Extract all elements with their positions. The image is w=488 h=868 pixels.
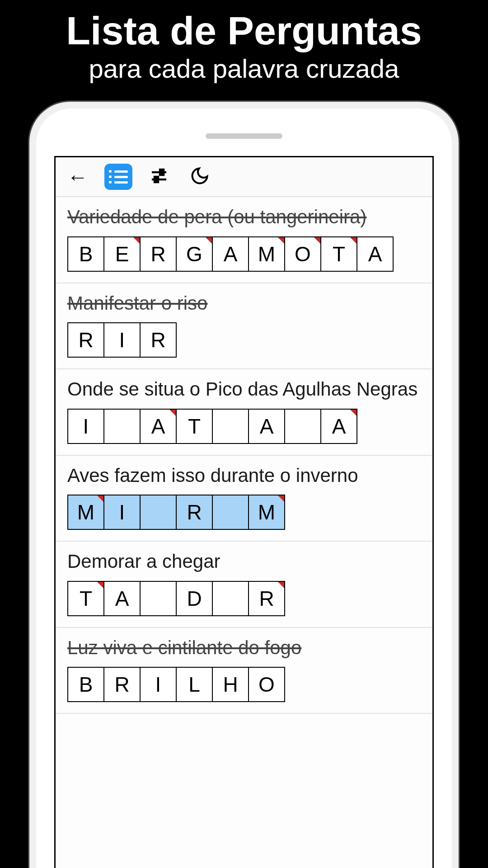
toolbar: ← xyxy=(56,157,432,197)
letter-cell[interactable]: H xyxy=(212,667,249,702)
back-arrow-icon: ← xyxy=(67,165,88,189)
letter-cell[interactable]: I xyxy=(67,409,104,444)
clue-text: Variedade de pera (ou tangerineira) xyxy=(67,205,421,229)
answer-cells: RIR xyxy=(67,322,421,358)
svg-rect-3 xyxy=(155,177,158,182)
letter-cell[interactable] xyxy=(212,581,249,616)
clue-text: Luz viva e cintilante do fogo xyxy=(67,636,421,660)
promo-title: Lista de Perguntas xyxy=(9,9,479,53)
letter-cell[interactable]: O xyxy=(248,667,285,702)
moon-icon xyxy=(190,166,210,188)
clue-item[interactable]: Onde se situa o Pico das Agulhas NegrasI… xyxy=(56,369,432,456)
letter-cell[interactable]: R xyxy=(67,322,104,358)
clue-text: Manifestar o riso xyxy=(67,292,421,316)
settings-button[interactable] xyxy=(145,164,173,190)
letter-cell[interactable]: R xyxy=(176,495,213,530)
answer-cells: TADR xyxy=(67,581,421,616)
clue-item[interactable]: Manifestar o risoRIR xyxy=(56,283,432,370)
clue-item[interactable]: Variedade de pera (ou tangerineira)BERGA… xyxy=(56,197,432,283)
letter-cell[interactable] xyxy=(140,581,177,616)
letter-cell[interactable]: M xyxy=(248,495,285,530)
letter-cell[interactable]: R xyxy=(140,236,177,272)
clue-item[interactable]: Luz viva e cintilante do fogoBRILHO xyxy=(56,628,432,714)
clue-text: Demorar a chegar xyxy=(67,550,421,574)
phone-inner: ← xyxy=(36,108,452,868)
letter-cell[interactable] xyxy=(284,409,321,444)
letter-cell[interactable]: A xyxy=(103,581,141,616)
letter-cell[interactable]: D xyxy=(176,581,213,616)
letter-cell[interactable]: G xyxy=(176,236,213,272)
letter-cell[interactable]: L xyxy=(176,667,213,702)
letter-cell[interactable]: I xyxy=(103,495,141,530)
sliders-icon xyxy=(148,165,170,189)
letter-cell[interactable]: M xyxy=(67,495,104,530)
letter-cell[interactable]: B xyxy=(67,236,104,272)
phone-frame: ← xyxy=(29,102,459,868)
back-button[interactable]: ← xyxy=(64,164,92,190)
answer-cells: MIRM xyxy=(67,495,421,530)
promo-subtitle: para cada palavra cruzada xyxy=(9,53,479,85)
answer-cells: BERGAMOTA xyxy=(67,236,421,272)
letter-cell[interactable]: E xyxy=(103,236,141,272)
letter-cell[interactable]: R xyxy=(140,322,177,358)
clue-text: Onde se situa o Pico das Agulhas Negras xyxy=(67,377,421,401)
clue-text: Aves fazem isso durante o inverno xyxy=(67,464,421,488)
letter-cell[interactable]: R xyxy=(103,667,141,702)
letter-cell[interactable]: I xyxy=(140,667,177,702)
letter-cell[interactable]: B xyxy=(67,667,104,702)
letter-cell[interactable]: A xyxy=(140,409,177,444)
letter-cell[interactable]: I xyxy=(103,322,141,358)
clue-item[interactable]: Aves fazem isso durante o invernoMIRM xyxy=(56,456,432,542)
letter-cell[interactable]: A xyxy=(212,236,249,272)
list-icon xyxy=(109,170,128,184)
svg-rect-2 xyxy=(160,170,164,175)
answer-cells: BRILHO xyxy=(67,667,421,702)
app-screen: ← xyxy=(54,156,434,868)
dark-mode-button[interactable] xyxy=(186,164,214,190)
clue-list[interactable]: Variedade de pera (ou tangerineira)BERGA… xyxy=(56,197,432,714)
letter-cell[interactable]: T xyxy=(176,409,213,444)
answer-cells: IATAA xyxy=(67,409,421,444)
phone-speaker xyxy=(206,133,282,139)
letter-cell[interactable]: O xyxy=(284,236,321,272)
promo-header: Lista de Perguntas para cada palavra cru… xyxy=(0,0,488,98)
letter-cell[interactable] xyxy=(212,409,249,444)
letter-cell[interactable] xyxy=(103,409,141,444)
letter-cell[interactable] xyxy=(212,495,249,530)
letter-cell[interactable] xyxy=(140,495,177,530)
letter-cell[interactable]: A xyxy=(357,236,394,272)
clue-item[interactable]: Demorar a chegarTADR xyxy=(56,542,432,628)
letter-cell[interactable]: A xyxy=(320,409,357,444)
letter-cell[interactable]: R xyxy=(248,581,285,616)
letter-cell[interactable]: A xyxy=(248,409,285,444)
list-view-button[interactable] xyxy=(104,164,132,190)
letter-cell[interactable]: T xyxy=(320,236,357,272)
letter-cell[interactable]: M xyxy=(248,236,285,272)
letter-cell[interactable]: T xyxy=(67,581,104,616)
